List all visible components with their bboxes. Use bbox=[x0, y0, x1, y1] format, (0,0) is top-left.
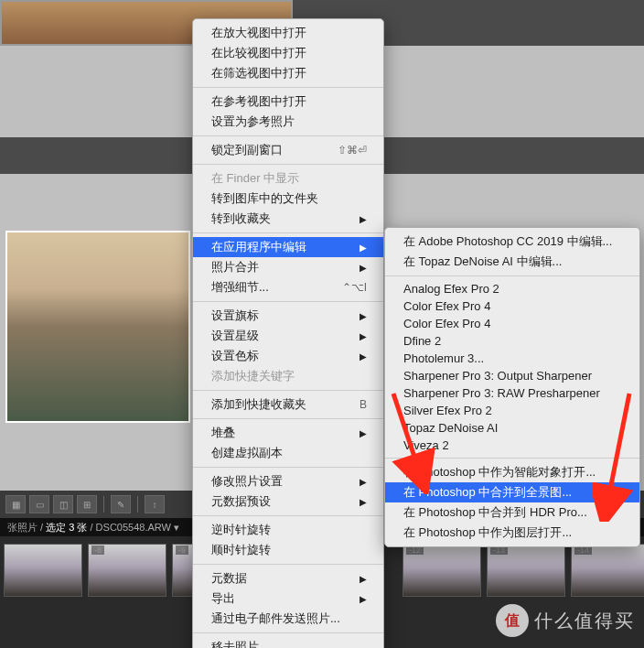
menu-show-finder: 在 Finder 中显示 bbox=[193, 168, 383, 189]
menu-goto-folder[interactable]: 转到图库中的文件夹 bbox=[193, 189, 383, 209]
menu-remove-photo[interactable]: 移去照片... bbox=[193, 637, 383, 648]
menu-set-reference[interactable]: 设置为参考照片 bbox=[193, 112, 383, 132]
menu-develop-settings[interactable]: 修改照片设置▶ bbox=[193, 471, 383, 491]
menu-stacking[interactable]: 堆叠▶ bbox=[193, 423, 383, 443]
watermark-logo: 值 bbox=[496, 604, 529, 637]
chevron-right-icon: ▶ bbox=[360, 351, 367, 362]
submenu-plugin[interactable]: Silver Efex Pro 2 bbox=[385, 402, 639, 419]
submenu-plugin[interactable]: Photolemur 3... bbox=[385, 350, 639, 367]
watermark-text: 什么值得买 bbox=[534, 609, 635, 633]
menu-open-compare[interactable]: 在比较视图中打开 bbox=[193, 43, 383, 63]
menu-add-keyword: 添加快捷关键字 bbox=[193, 366, 383, 386]
submenu-photoshop[interactable]: 在 Adobe Photoshop CC 2019 中编辑... bbox=[385, 232, 639, 252]
chevron-right-icon: ▶ bbox=[360, 594, 367, 604]
status-file: / DSC05548.ARW ▾ bbox=[90, 522, 179, 533]
menu-set-flag[interactable]: 设置旗标▶ bbox=[193, 306, 383, 326]
submenu-plugin[interactable]: Dfine 2 bbox=[385, 332, 639, 350]
chevron-right-icon: ▶ bbox=[360, 243, 367, 253]
menu-export[interactable]: 导出▶ bbox=[193, 589, 383, 609]
submenu-plugin[interactable]: Analog Efex Pro 2 bbox=[385, 280, 639, 297]
menu-open-survey[interactable]: 在筛选视图中打开 bbox=[193, 63, 383, 83]
status-count: 张照片 / bbox=[7, 522, 43, 533]
menu-metadata[interactable]: 元数据▶ bbox=[193, 568, 383, 589]
submenu-plugin[interactable]: Color Efex Pro 4 bbox=[385, 297, 639, 315]
preview-thumbnail[interactable] bbox=[5, 231, 190, 423]
menu-create-virtual[interactable]: 创建虚拟副本 bbox=[193, 443, 383, 463]
menu-rotate-ccw[interactable]: 逆时针旋转 bbox=[193, 520, 383, 540]
submenu-plugin[interactable]: Topaz DeNoise AI bbox=[385, 419, 639, 437]
film-thumb[interactable]: -12 bbox=[402, 544, 481, 641]
submenu-merge-panorama[interactable]: 在 Photoshop 中合并到全景图... bbox=[385, 482, 639, 502]
submenu-topaz[interactable]: 在 Topaz DeNoise AI 中编辑... bbox=[385, 252, 639, 272]
submenu-plugin[interactable]: Color Efex Pro 4 bbox=[385, 315, 639, 332]
menu-goto-collection[interactable]: 转到收藏夹▶ bbox=[193, 209, 383, 229]
watermark: 值 什么值得买 bbox=[496, 604, 635, 637]
film-thumb[interactable]: -8 bbox=[88, 544, 166, 641]
status-selected: 选定 3 张 bbox=[46, 522, 87, 533]
menu-open-reference[interactable]: 在参考视图中打开 bbox=[193, 92, 383, 112]
painter-button[interactable]: ✎ bbox=[111, 495, 131, 513]
chevron-right-icon: ▶ bbox=[360, 428, 367, 438]
menu-photo-merge[interactable]: 照片合并▶ bbox=[193, 257, 383, 277]
menu-edit-in[interactable]: 在应用程序中编辑▶ bbox=[193, 237, 383, 257]
chevron-right-icon: ▶ bbox=[360, 331, 367, 341]
menu-enhance-details[interactable]: 增强细节...⌃⌥I bbox=[193, 277, 383, 297]
submenu-merge-hdr[interactable]: 在 Photoshop 中合并到 HDR Pro... bbox=[385, 502, 639, 523]
submenu-plugin[interactable]: Sharpener Pro 3: RAW Presharpener bbox=[385, 384, 639, 402]
menu-metadata-presets[interactable]: 元数据预设▶ bbox=[193, 491, 383, 512]
chevron-right-icon: ▶ bbox=[360, 311, 367, 321]
survey-view-button[interactable]: ⊞ bbox=[77, 495, 97, 513]
context-menu-main: 在放大视图中打开 在比较视图中打开 在筛选视图中打开 在参考视图中打开 设置为参… bbox=[192, 18, 384, 648]
submenu-plugin[interactable]: Sharpener Pro 3: Output Sharpener bbox=[385, 367, 639, 384]
menu-email-photo[interactable]: 通过电子邮件发送照片... bbox=[193, 609, 383, 629]
submenu-smart-object[interactable]: 在 Photoshop 中作为智能对象打开... bbox=[385, 462, 639, 482]
film-thumb[interactable] bbox=[4, 544, 82, 641]
submenu-edit-in: 在 Adobe Photoshop CC 2019 中编辑... 在 Topaz… bbox=[384, 227, 640, 547]
sort-button[interactable]: ↕ bbox=[145, 495, 165, 513]
compare-view-button[interactable]: ◫ bbox=[53, 495, 73, 513]
menu-open-loupe[interactable]: 在放大视图中打开 bbox=[193, 23, 383, 43]
menu-rotate-cw[interactable]: 顺时针旋转 bbox=[193, 540, 383, 560]
submenu-open-layers[interactable]: 在 Photoshop 中作为图层打开... bbox=[385, 523, 639, 543]
menu-set-color[interactable]: 设置色标▶ bbox=[193, 346, 383, 366]
loupe-view-button[interactable]: ▭ bbox=[29, 495, 49, 513]
chevron-right-icon: ▶ bbox=[360, 497, 367, 507]
chevron-right-icon: ▶ bbox=[360, 574, 367, 584]
chevron-right-icon: ▶ bbox=[360, 263, 367, 273]
grid-view-button[interactable]: ▦ bbox=[5, 495, 26, 513]
menu-set-rating[interactable]: 设置星级▶ bbox=[193, 326, 383, 346]
chevron-right-icon: ▶ bbox=[360, 477, 367, 487]
menu-add-quick-collection[interactable]: 添加到快捷收藏夹B bbox=[193, 394, 383, 415]
submenu-plugin[interactable]: Viveza 2 bbox=[385, 437, 639, 454]
chevron-right-icon: ▶ bbox=[360, 214, 367, 224]
menu-lock-secondary[interactable]: 锁定到副窗口⇧⌘⏎ bbox=[193, 140, 383, 160]
